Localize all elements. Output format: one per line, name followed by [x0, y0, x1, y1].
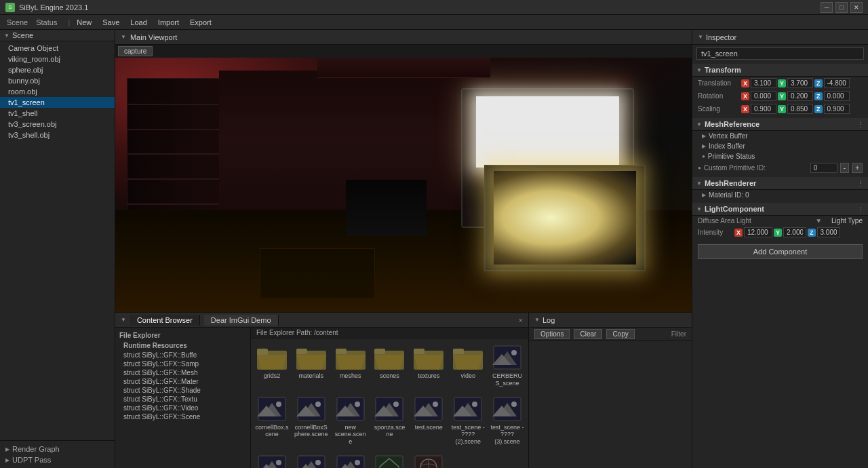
menu-status[interactable]: Status [32, 17, 61, 28]
translation-y-input[interactable] [787, 78, 813, 88]
render-graph-item[interactable]: ▶ Render Graph [0, 444, 115, 454]
rotation-z-input[interactable] [824, 91, 850, 101]
vertex-buffer-item[interactable]: ▶ Vertex Buffer [692, 131, 868, 141]
file-item-textures[interactable]: textures [410, 341, 447, 390]
fe-item-5[interactable]: struct SiByL::GFX::Textu [115, 395, 250, 404]
viewport-canvas[interactable] [115, 58, 692, 312]
light-component-header[interactable]: ▼ LightComponent ⋮ [692, 203, 868, 216]
file-item-grids2[interactable]: grids2 [254, 341, 290, 390]
scene-item-room[interactable]: room.obj [0, 86, 115, 97]
log-header: ▼ Log [529, 313, 692, 328]
add-component-button[interactable]: Add Component [698, 244, 863, 259]
file-item-extra2[interactable] [293, 451, 330, 468]
intensity-x-input[interactable] [744, 227, 772, 237]
file-item-scenes[interactable]: scenes [372, 341, 408, 390]
translation-y-item: Y [778, 78, 813, 88]
menu-import[interactable]: Import [153, 17, 184, 28]
intensity-z-input[interactable] [817, 227, 840, 237]
translation-x-input[interactable] [751, 78, 776, 88]
file-grid: grids2 materials [251, 338, 528, 468]
file-item-sponza[interactable]: sponza.scene [372, 393, 408, 448]
menu-save[interactable]: Save [97, 17, 125, 28]
main-layout: ▼ Scene Camera Object viking_room.obj sp… [0, 30, 868, 468]
folder-icon-meshes [334, 344, 367, 371]
file-item-materials[interactable]: materials [293, 341, 330, 390]
content-browser-close[interactable]: × [519, 316, 523, 324]
file-item-testscene2[interactable]: test_scene - ????(2).scene [450, 393, 486, 448]
file-item-extra5[interactable] [410, 451, 447, 468]
file-item-meshes[interactable]: meshes [332, 341, 369, 390]
fe-item-6[interactable]: struct SiByL::GFX::Video [115, 404, 250, 412]
menu-scene-section: Scene Status [3, 17, 61, 28]
log-options-button[interactable]: Options [534, 329, 570, 339]
scene-item-tv3screen[interactable]: tv3_screen.obj [0, 119, 115, 130]
custom-primitive-inc[interactable]: + [852, 163, 863, 173]
primitive-status-label: Primitive Status [708, 153, 755, 160]
bottom-panels: ▼ Content Browser Dear ImGui Demo × File… [115, 312, 692, 468]
scene-item-sphere[interactable]: sphere.obj [0, 64, 115, 75]
scene-item-tv1screen[interactable]: tv1_screen [0, 97, 115, 108]
capture-button[interactable]: capture [118, 46, 153, 56]
scene-item-tv3shell[interactable]: tv3_shell.obj [0, 130, 115, 140]
menu-load[interactable]: Load [125, 17, 152, 28]
light-component-options[interactable]: ⋮ [857, 206, 864, 213]
svg-marker-3 [257, 355, 287, 370]
custom-primitive-input[interactable] [810, 163, 837, 173]
menu-scene[interactable]: Scene [3, 17, 32, 28]
file-item-testscene3[interactable]: test_scene - ????(3).scene [489, 393, 526, 448]
custom-primitive-dec[interactable]: - [840, 163, 849, 173]
transform-section-header[interactable]: ▼ Transform [692, 64, 868, 77]
menu-new[interactable]: New [71, 17, 97, 28]
scene-item-bunny[interactable]: bunny.obj [0, 75, 115, 86]
content-browser-body: File Explorer Runtime Resources struct S… [115, 328, 528, 468]
mesh-renderer-header[interactable]: ▼ MeshRenderer ⋮ [692, 177, 868, 190]
rotation-y-input[interactable] [787, 91, 813, 101]
fe-item-7[interactable]: struct SiByL::GFX::Scene [115, 412, 250, 421]
file-item-cornellbox[interactable]: cornellBox.scene [254, 393, 290, 448]
fe-item-3[interactable]: struct SiByL::GFX::Mater [115, 377, 250, 386]
log-clear-button[interactable]: Clear [574, 329, 602, 339]
translation-z-input[interactable] [824, 78, 850, 88]
close-button[interactable]: ✕ [850, 2, 863, 13]
folder-icon-scenes [373, 344, 406, 371]
intensity-y-input[interactable] [783, 227, 806, 237]
scene-item-viking[interactable]: viking_room.obj [0, 54, 115, 64]
fe-item-4[interactable]: struct SiByL::GFX::Shade [115, 386, 250, 395]
fe-item-2[interactable]: struct SiByL::GFX::Mesh [115, 368, 250, 377]
file-item-cerberus[interactable]: CERBERUS_scene [489, 341, 526, 390]
file-item-testscene[interactable]: test.scene [410, 393, 447, 448]
file-explorer-header[interactable]: File Explorer [115, 330, 250, 340]
mesh-ref-header[interactable]: ▼ MeshReference ⋮ [692, 118, 868, 131]
tab-dear-imgui[interactable]: Dear ImGui Demo [204, 315, 279, 326]
index-buffer-item[interactable]: ▶ Index Buffer [692, 141, 868, 151]
scene-item-camera[interactable]: Camera Object [0, 43, 115, 54]
rotation-x-input[interactable] [751, 91, 776, 101]
scaling-z-input[interactable] [824, 104, 850, 114]
tab-content-browser[interactable]: Content Browser [130, 315, 200, 326]
file-item-extra3[interactable] [332, 451, 369, 468]
udpt-pass-item[interactable]: ▶ UDPT Pass [0, 454, 115, 465]
rotation-y-item: Y [778, 91, 813, 101]
fe-item-1[interactable]: struct SiByL::GFX::Samp [115, 359, 250, 368]
runtime-resources-header[interactable]: Runtime Resources [115, 340, 250, 351]
maximize-button[interactable]: □ [835, 2, 848, 13]
log-copy-button[interactable]: Copy [606, 329, 634, 339]
mesh-renderer-options[interactable]: ⋮ [857, 180, 864, 187]
light-component-expand-icon: ▼ [696, 206, 702, 212]
file-item-extra1[interactable] [254, 451, 290, 468]
file-item-extra4[interactable] [372, 451, 408, 468]
file-item-newscene[interactable]: new scene.scene [332, 393, 369, 448]
file-item-video[interactable]: video [450, 341, 486, 390]
mesh-ref-options[interactable]: ⋮ [857, 121, 864, 128]
minimize-button[interactable]: ─ [821, 2, 833, 13]
fe-item-0[interactable]: struct SiByL::GFX::Buffe [115, 351, 250, 359]
scaling-y-input[interactable] [787, 104, 813, 114]
svg-point-26 [276, 402, 281, 407]
inspector-object-name[interactable]: tv1_screen [696, 47, 864, 60]
scene-item-tv1shell[interactable]: tv1_shell [0, 108, 115, 119]
scaling-x-input[interactable] [751, 104, 776, 114]
log-content [529, 341, 692, 468]
primitive-status-item[interactable]: ● Primitive Status [692, 151, 868, 161]
menu-export[interactable]: Export [184, 17, 217, 28]
file-item-cornellboxsphere[interactable]: cornellBoxSphere.scene [293, 393, 330, 448]
